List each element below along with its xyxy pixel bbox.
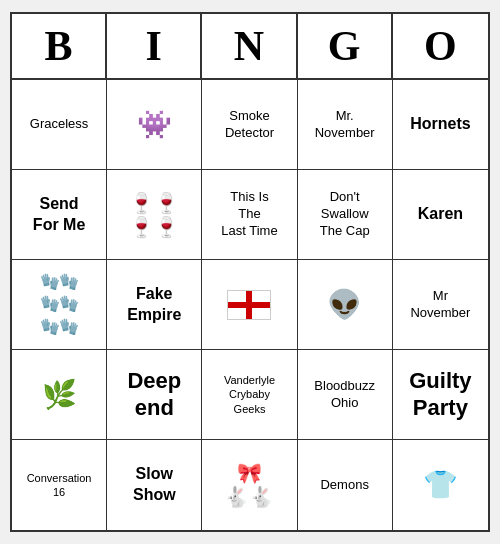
bingo-grid: Graceless👾SmokeDetectorMr.NovemberHornet… (12, 80, 488, 530)
cell-r3c2: FakeEmpire (107, 260, 202, 350)
cell-label: This IsTheLast Time (221, 189, 277, 240)
gloves-icon: 🧤🧤🧤🧤🧤🧤 (40, 271, 78, 338)
cell-label: FakeEmpire (127, 284, 181, 326)
cell-r3c1: 🧤🧤🧤🧤🧤🧤 (12, 260, 107, 350)
cell-r2c1: SendFor Me (12, 170, 107, 260)
cell-r5c1: Conversation16 (12, 440, 107, 530)
bingo-letter-b: B (12, 14, 107, 78)
cell-emoji: 👽 (327, 288, 362, 322)
cell-label: Graceless (30, 116, 89, 133)
cell-r1c4: Mr.November (298, 80, 393, 170)
bingo-letter-i: I (107, 14, 202, 78)
cell-r4c5: GuiltyParty (393, 350, 488, 440)
cell-r2c5: Karen (393, 170, 488, 260)
cell-label: Demons (320, 477, 368, 494)
bingo-header: BINGO (12, 14, 488, 80)
cell-label: SendFor Me (33, 194, 85, 236)
cell-r1c2: 👾 (107, 80, 202, 170)
cell-r5c5: 👕 (393, 440, 488, 530)
cell-label: SmokeDetector (225, 108, 274, 142)
cell-label: MrNovember (410, 288, 470, 322)
cell-r3c4: 👽 (298, 260, 393, 350)
bingo-letter-o: O (393, 14, 488, 78)
cell-r1c5: Hornets (393, 80, 488, 170)
cell-emoji: 👕 (423, 468, 458, 502)
cell-r4c3: VanderlyleCrybabyGeeks (202, 350, 297, 440)
cell-label: Mr.November (315, 108, 375, 142)
cell-r5c4: Demons (298, 440, 393, 530)
cell-r1c3: SmokeDetector (202, 80, 297, 170)
cell-label: Deepend (127, 368, 181, 421)
bingo-letter-n: N (202, 14, 297, 78)
cell-r3c3 (202, 260, 297, 350)
cell-r5c2: SlowShow (107, 440, 202, 530)
cell-r2c3: This IsTheLast Time (202, 170, 297, 260)
bingo-card: BINGO Graceless👾SmokeDetectorMr.November… (10, 12, 490, 532)
bingo-letter-g: G (298, 14, 393, 78)
cell-emoji: 🌿 (42, 378, 77, 412)
cell-r2c4: Don'tSwallowThe Cap (298, 170, 393, 260)
cell-label: Conversation16 (27, 471, 92, 500)
cell-r1c1: Graceless (12, 80, 107, 170)
cell-label: Karen (418, 204, 463, 225)
cell-label: Hornets (410, 114, 470, 135)
cell-r4c2: Deepend (107, 350, 202, 440)
cell-emoji: 🍷🍷🍷🍷 (129, 191, 179, 239)
cell-r5c3: 🎀🐇🐇 (202, 440, 297, 530)
cell-label: Don'tSwallowThe Cap (320, 189, 370, 240)
cell-r4c4: BloodbuzzOhio (298, 350, 393, 440)
cell-emoji: 👾 (137, 108, 172, 142)
cell-label: VanderlyleCrybabyGeeks (224, 373, 275, 416)
cell-r4c1: 🌿 (12, 350, 107, 440)
cell-r2c2: 🍷🍷🍷🍷 (107, 170, 202, 260)
cell-label: BloodbuzzOhio (314, 378, 375, 412)
cell-label: SlowShow (133, 464, 176, 506)
cell-r3c5: MrNovember (393, 260, 488, 350)
cell-emoji: 🎀🐇🐇 (224, 461, 274, 509)
england-flag-icon (227, 290, 271, 320)
cell-label: GuiltyParty (409, 368, 471, 421)
